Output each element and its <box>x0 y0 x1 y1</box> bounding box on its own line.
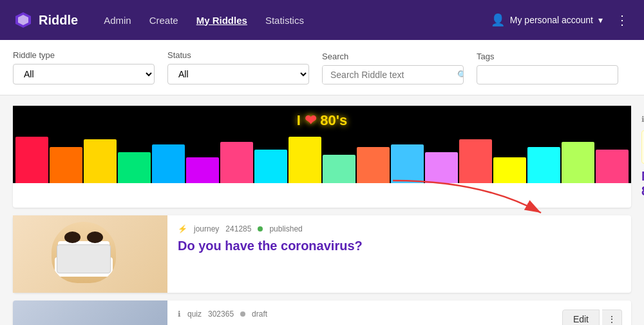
riddle-type-filter: Riddle type All <box>13 50 155 84</box>
riddle-type-3: quiz <box>187 310 202 319</box>
account-button[interactable]: 👤 My personal account ▾ <box>491 13 603 27</box>
account-chevron-icon: ▾ <box>598 15 603 25</box>
status-dot-2 <box>258 226 263 231</box>
riddle-card-1: I ❤ 80's ℹ quiz 302112 modified This Rid… <box>13 106 631 208</box>
riddle-actions-3: Edit ⋮ <box>562 300 631 325</box>
riddle-actions-2 <box>622 215 631 293</box>
riddle-title-1[interactable]: Name that tune: 80's challenge <box>641 169 644 199</box>
riddle-thumb-2 <box>13 215 167 293</box>
bars-visual <box>13 132 631 183</box>
thumb-laptop-visual <box>13 300 167 325</box>
more-button-3[interactable]: ⋮ <box>602 310 622 325</box>
header-more-button[interactable]: ⋮ <box>613 10 631 30</box>
riddle-card-2: ⚡ journey 241285 published Do you have t… <box>13 215 631 293</box>
search-group: Search 🔍 <box>322 52 464 84</box>
notification-banner-1: This Riddle has unpublished changes – Pu… <box>641 130 644 164</box>
edit-button-3[interactable]: Edit <box>562 310 600 325</box>
riddle-status-3: draft <box>252 310 267 319</box>
nav-create[interactable]: Create <box>149 15 178 26</box>
header-right: 👤 My personal account ▾ ⋮ <box>491 10 631 30</box>
header: Riddle Admin Create My Riddles Statistic… <box>0 0 644 40</box>
more-icon-3: ⋮ <box>607 314 616 324</box>
riddle-meta-3: ℹ quiz 302365 draft <box>178 310 552 319</box>
riddle-id-2: 241285 <box>225 224 251 233</box>
search-input[interactable] <box>323 66 451 84</box>
logo-text: Riddle <box>39 13 78 28</box>
nav-admin[interactable]: Admin <box>104 15 131 26</box>
riddle-id-3: 302365 <box>208 310 234 319</box>
tags-label: Tags <box>477 52 618 61</box>
riddle-thumb-1: I ❤ 80's <box>13 106 631 183</box>
riddle-thumb-3 <box>13 300 167 325</box>
search-icon: 🔍 <box>457 70 464 80</box>
riddle-info-3: ℹ quiz 302365 draft <box>167 300 562 325</box>
tags-filter: Tags <box>477 52 618 84</box>
riddle-type-label: Riddle type <box>13 50 155 60</box>
nav-my-riddles[interactable]: My Riddles <box>196 15 247 26</box>
status-dot-3 <box>240 311 245 317</box>
status-select[interactable]: All <box>167 64 309 84</box>
riddles-list: I ❤ 80's ℹ quiz 302112 modified This Rid… <box>0 95 644 325</box>
filters-bar: Riddle type All Status All Search 🔍 Tags <box>0 40 644 95</box>
riddle-card-3: ℹ quiz 302365 draft Edit ⋮ <box>13 300 631 325</box>
main-nav: Admin Create My Riddles Statistics <box>104 15 491 26</box>
status-label: Status <box>167 50 309 60</box>
thumb-covid-visual <box>13 215 167 293</box>
search-input-wrap: 🔍 <box>322 65 464 84</box>
riddle-type-select[interactable]: All <box>13 64 155 84</box>
riddle-status-2: published <box>269 224 302 233</box>
search-button[interactable]: 🔍 <box>451 66 464 84</box>
riddle-meta-1: ℹ quiz 302112 modified <box>641 115 644 124</box>
riddle-info-2: ⚡ journey 241285 published Do you have t… <box>167 215 622 293</box>
riddle-title-2[interactable]: Do you have the coronavirus? <box>178 239 612 253</box>
riddle-type-2: journey <box>194 224 219 233</box>
riddle-meta-2: ⚡ journey 241285 published <box>178 224 612 233</box>
riddle-info-1: ℹ quiz 302112 modified This Riddle has u… <box>631 106 644 208</box>
journey-icon: ⚡ <box>178 224 187 233</box>
status-filter: Status All <box>167 50 309 84</box>
quiz-icon: ℹ <box>641 115 644 124</box>
tags-input[interactable] <box>477 65 618 84</box>
search-label: Search <box>322 52 464 61</box>
account-icon: 👤 <box>491 13 505 27</box>
thumb-80s-title: I ❤ 80's <box>297 112 347 129</box>
nav-statistics[interactable]: Statistics <box>265 15 304 26</box>
riddle-logo-icon <box>13 10 33 30</box>
account-label: My personal account <box>510 15 593 25</box>
logo-area: Riddle <box>13 10 78 30</box>
quiz-icon-3: ℹ <box>178 310 181 319</box>
